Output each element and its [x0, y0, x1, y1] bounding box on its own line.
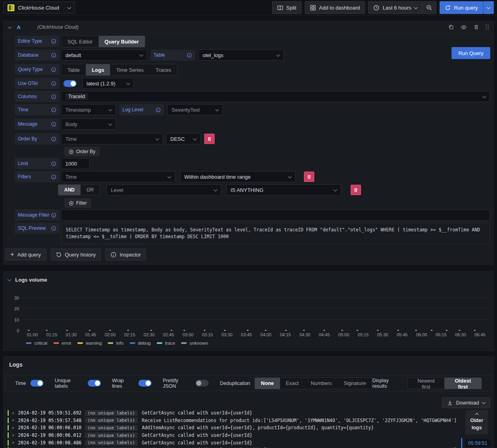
log-row[interactable]: > 2024-02-19 06:00:06.012 (no unique lab… — [8, 432, 491, 439]
log-row[interactable]: > 2024-02-19 05:59:57.548 (no unique lab… — [8, 417, 491, 424]
remove-filter2-button[interactable] — [351, 185, 361, 195]
run-query-dropdown-button[interactable] — [483, 1, 494, 14]
radio-dedup-signature[interactable]: Signature — [338, 378, 372, 389]
expand-log-chevron-icon[interactable]: > — [12, 426, 14, 430]
column-tag[interactable]: TraceId — [65, 93, 88, 100]
log-row[interactable]: > 2024-02-19 06:00:08.486 (no unique lab… — [8, 439, 491, 446]
expand-log-chevron-icon[interactable]: > — [12, 440, 14, 445]
legend-item-info[interactable]: info — [108, 341, 124, 345]
info-icon[interactable] — [51, 136, 56, 142]
remove-filter1-button[interactable] — [304, 172, 314, 182]
legend-item-unknown[interactable]: unknown — [181, 341, 208, 345]
info-icon[interactable] — [51, 122, 56, 127]
radio-or[interactable]: OR — [81, 185, 100, 195]
time-column-select[interactable]: Timestamp — [61, 104, 116, 115]
add-order-by-button[interactable]: Order By — [65, 147, 99, 156]
legend-item-error[interactable]: error — [53, 341, 71, 345]
volume-bars[interactable] — [23, 295, 489, 331]
info-icon[interactable] — [51, 174, 56, 180]
prettify-json-toggle[interactable] — [195, 380, 209, 387]
filter2-operator-select[interactable]: IS ANYTHING — [226, 184, 341, 195]
logs-title: Logs — [4, 357, 493, 368]
log-message: GetCartAsync called with userId={userId} — [142, 410, 252, 416]
filter2-field-select[interactable]: Level — [106, 184, 221, 195]
info-icon[interactable] — [51, 53, 56, 58]
split-button[interactable]: Split — [272, 1, 302, 14]
legend-item-warning[interactable]: warning — [77, 341, 102, 345]
info-icon[interactable] — [156, 107, 161, 112]
log-row[interactable]: > 2024-02-19 06:00:18.663 (no unique lab… — [8, 446, 491, 448]
database-select[interactable]: default — [61, 49, 147, 61]
order-by-column-select[interactable]: Time — [61, 133, 163, 144]
add-filter-button[interactable]: Filter — [65, 199, 91, 207]
duplicate-query-icon[interactable] — [448, 24, 454, 30]
info-icon[interactable] — [51, 81, 56, 86]
radio-time-series[interactable]: Time Series — [110, 64, 150, 75]
zoom-out-button[interactable] — [422, 1, 436, 14]
expand-log-chevron-icon[interactable]: > — [12, 418, 14, 422]
radio-newest-first[interactable]: Newest first — [408, 378, 444, 389]
filter1-operator-select[interactable]: Within dashboard time range — [180, 171, 296, 182]
collapse-query-icon[interactable] — [8, 25, 12, 29]
wrap-lines-toggle[interactable] — [138, 380, 152, 387]
info-icon[interactable] — [51, 39, 56, 44]
radio-table[interactable]: Table — [61, 64, 86, 75]
info-icon[interactable] — [187, 53, 192, 58]
add-to-dashboard-button[interactable]: Add to dashboard — [305, 1, 365, 14]
use-otel-toggle[interactable] — [63, 80, 77, 87]
radio-and[interactable]: AND — [58, 185, 81, 195]
otel-version-select[interactable]: latest (1.2.9) — [82, 78, 134, 89]
x-axis-tick: 03:45 — [241, 332, 252, 337]
radio-oldest-first[interactable]: Oldest first — [444, 378, 481, 389]
run-query-button[interactable]: Run query — [440, 1, 483, 14]
download-button[interactable]: Download — [442, 397, 490, 408]
radio-query-builder[interactable]: Query Builder — [99, 36, 145, 47]
radio-dedup-exact[interactable]: Exact — [280, 378, 305, 389]
radio-sql-editor[interactable]: SQL Editor — [61, 36, 99, 47]
message-column-select[interactable]: Body — [61, 118, 116, 130]
radio-logs[interactable]: Logs — [86, 64, 110, 75]
log-level-column-select[interactable]: SeverityText — [167, 104, 223, 115]
info-icon[interactable] — [51, 107, 56, 112]
remove-query-trash-icon[interactable] — [473, 24, 479, 30]
refresh-icon — [445, 5, 451, 11]
expand-log-chevron-icon[interactable]: > — [12, 411, 14, 415]
info-icon[interactable] — [51, 94, 56, 99]
older-logs-button[interactable]: Older logs — [465, 410, 488, 434]
collapse-volume-icon[interactable] — [8, 277, 12, 281]
order-by-direction-select[interactable]: DESC — [166, 133, 201, 144]
log-row[interactable]: > 2024-02-19 05:59:51.692 (no unique lab… — [8, 409, 491, 417]
legend-item-debug[interactable]: debug — [130, 341, 151, 345]
expand-log-chevron-icon[interactable]: > — [12, 433, 14, 438]
message-filter-input[interactable] — [61, 209, 490, 221]
radio-traces[interactable]: Traces — [150, 64, 177, 75]
run-query-inline-button[interactable]: Run Query — [452, 47, 490, 59]
time-range-picker[interactable]: Last 6 hours — [368, 1, 422, 14]
datasource-picker[interactable]: ClickHouse Cloud — [3, 2, 75, 14]
query-history-button[interactable]: Query history — [51, 249, 101, 261]
radio-dedup-none[interactable]: None — [255, 378, 280, 389]
unique-labels-toggle[interactable] — [88, 380, 101, 387]
table-select[interactable]: otel_logs — [198, 49, 284, 61]
info-icon[interactable] — [51, 161, 56, 166]
legend-item-critical[interactable]: critical — [26, 341, 47, 345]
limit-input[interactable]: 1000 — [61, 158, 90, 169]
inspector-button[interactable]: Inspector — [105, 249, 146, 261]
info-icon[interactable] — [51, 226, 56, 231]
filter1-field-select[interactable]: Time — [61, 171, 175, 182]
scroll-position-bar[interactable] — [461, 438, 462, 448]
log-row[interactable]: > 2024-02-19 06:00:06.010 (no unique lab… — [8, 424, 491, 432]
info-icon[interactable] — [51, 67, 56, 72]
remove-order-by-button[interactable] — [204, 134, 215, 144]
legend-label: info — [116, 341, 124, 345]
columns-multiselect[interactable]: TraceId — [61, 91, 490, 102]
add-query-button[interactable]: + Add query — [5, 249, 46, 261]
legend-item-trace[interactable]: trace — [157, 341, 176, 345]
deduplication-label: Deduplication — [220, 381, 250, 386]
time-toggle[interactable] — [30, 380, 43, 387]
info-icon[interactable] — [51, 213, 56, 218]
hide-response-eye-icon[interactable] — [461, 24, 467, 30]
drag-handle-icon[interactable] — [486, 25, 489, 30]
radio-dedup-numbers[interactable]: Numbers — [305, 378, 338, 389]
volume-bar — [204, 330, 205, 331]
